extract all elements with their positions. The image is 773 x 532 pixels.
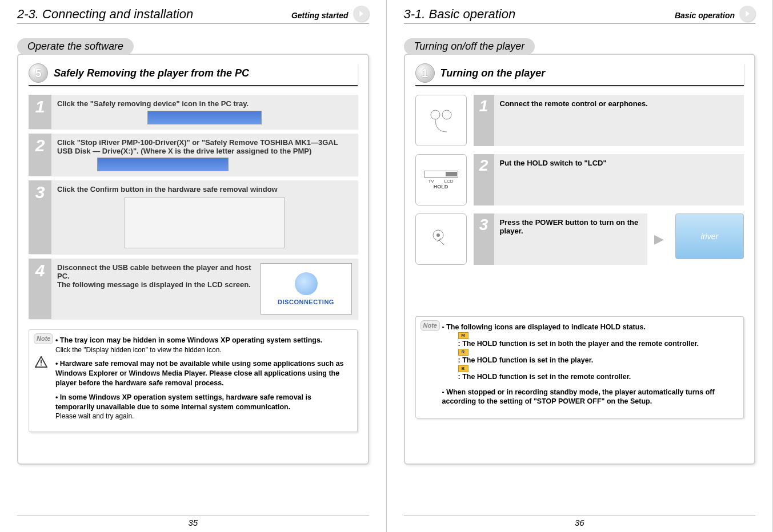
- chapter-title: 3-1. Basic operation: [404, 7, 675, 22]
- step-text: Connect the remote control or earphones.: [494, 95, 744, 146]
- header-left: 2-3. Connecting and installation Getting…: [17, 6, 369, 24]
- disconnect-screenshot: DISCONNECTING: [261, 263, 352, 315]
- step-text: Disconnect the USB cable between the pla…: [57, 263, 255, 289]
- svg-point-2: [431, 110, 440, 119]
- arrow-icon: ▶: [654, 232, 664, 247]
- note-text: Hardware safe removal may not be availab…: [55, 360, 344, 387]
- step-3-row: 3 Press the POWER button to turn on the …: [415, 213, 744, 265]
- hold-m-icon: M: [458, 332, 468, 339]
- note-text: In some Windows XP operation system sett…: [55, 393, 311, 411]
- dialog-screenshot-icon: [125, 197, 285, 248]
- header-right: 3-1. Basic operation Basic operation: [404, 6, 756, 24]
- step-body: Disconnect the USB cable between the pla…: [51, 259, 358, 319]
- content-panel-right: 1 Turning on the player 1 Connect the re…: [404, 54, 756, 465]
- hold-b-icon: B: [458, 365, 468, 372]
- content-tab: Operate the software: [17, 38, 134, 55]
- warning-icon: [35, 356, 47, 368]
- svg-rect-0: [41, 360, 42, 363]
- note-text: When stopped or in recording standby mod…: [442, 388, 715, 406]
- step-text: Click the Confirm button in the hardware…: [57, 185, 278, 194]
- svg-point-5: [436, 233, 440, 237]
- step-body: Click the "Safely removing device" icon …: [51, 95, 358, 129]
- note-badge-icon: Note: [34, 333, 53, 344]
- lcd-label: LCD: [444, 179, 454, 184]
- chapter-title: 2-3. Connecting and installation: [17, 7, 291, 22]
- note-box: Note The tray icon may be hidden in some…: [29, 329, 358, 432]
- step-text: Click "Stop iRiver PMP-100-Driver(X)" or…: [57, 138, 338, 155]
- hold-text: : The HOLD function is set in both the p…: [458, 339, 737, 349]
- step-number: 2: [29, 134, 51, 176]
- iriver-logo-icon: iriver: [675, 213, 744, 259]
- step-text: Press the POWER button to turn on the pl…: [494, 213, 648, 265]
- note-item: The following icons are displayed to ind…: [442, 323, 737, 382]
- note-subtext: Please wait and try again.: [55, 412, 350, 421]
- step-number: 4: [29, 259, 51, 319]
- content-tab: Turning on/off the player: [404, 38, 535, 55]
- hold-text: : The HOLD function is set in the player…: [458, 356, 737, 365]
- forward-arrow-icon: [739, 6, 755, 22]
- subheading-row: 5 Safely Removing the player from the PC: [29, 63, 358, 86]
- section-label: Basic operation: [675, 11, 735, 20]
- page-right: 3-1. Basic operation Basic operation Tur…: [387, 0, 774, 532]
- step-1-row: 1 Connect the remote control or earphone…: [415, 95, 744, 146]
- section-number-icon: 1: [415, 63, 435, 83]
- forward-arrow-icon: [353, 6, 369, 22]
- section-heading: Safely Removing the player from the PC: [54, 67, 249, 79]
- page-number: 35: [17, 515, 369, 527]
- note-item: Hardware safe removal may not be availab…: [55, 359, 350, 388]
- step-number: 1: [29, 95, 51, 129]
- note-item: When stopped or in recording standby mod…: [442, 388, 737, 407]
- note-box: Note The following icons are displayed t…: [415, 316, 744, 418]
- hold-label: HOLD: [434, 184, 448, 190]
- note-subtext: Click the "Display hidden icon" to view …: [55, 345, 350, 354]
- step-4: 4 Disconnect the USB cable between the p…: [29, 259, 358, 319]
- step-body: Click the Confirm button in the hardware…: [51, 180, 358, 254]
- step-number: 1: [474, 95, 494, 146]
- note-text: The following icons are displayed to ind…: [446, 323, 646, 331]
- section-number-icon: 5: [29, 63, 48, 83]
- disconnect-icon: [295, 272, 318, 295]
- hold-icon-list: M: The HOLD function is set in both the …: [442, 332, 737, 382]
- step-3: 3 Click the Confirm button in the hardwa…: [29, 180, 358, 254]
- subheading-row: 1 Turning on the player: [415, 63, 744, 86]
- content-panel-left: 5 Safely Removing the player from the PC…: [17, 54, 369, 465]
- step-1: 1 Click the "Safely removing device" ico…: [29, 95, 358, 129]
- step-text: Click the "Safely removing device" icon …: [57, 99, 249, 108]
- disconnect-label: DISCONNECTING: [278, 299, 334, 305]
- step-number: 3: [29, 180, 51, 254]
- step-text: Put the HOLD switch to "LCD": [494, 154, 744, 205]
- note-item: The tray icon may be hidden in some Wind…: [55, 336, 350, 354]
- step-body: Click "Stop iRiver PMP-100-Driver(X)" or…: [51, 134, 358, 176]
- section-heading: Turning on the player: [440, 67, 546, 79]
- svg-rect-1: [41, 365, 42, 366]
- earphone-illustration-icon: [415, 95, 467, 146]
- page-number: 36: [404, 515, 756, 527]
- svg-point-3: [442, 110, 451, 119]
- hold-switch-illustration-icon: TVLCD HOLD: [415, 154, 467, 205]
- tv-label: TV: [428, 179, 434, 184]
- step-2-row: TVLCD HOLD 2 Put the HOLD switch to "LCD…: [415, 154, 744, 205]
- step-2: 2 Click "Stop iRiver PMP-100-Driver(X)" …: [29, 134, 358, 176]
- tray-screenshot-icon: [147, 111, 262, 124]
- note-item: In some Windows XP operation system sett…: [55, 393, 350, 421]
- step-number: 2: [474, 154, 494, 205]
- page-left: 2-3. Connecting and installation Getting…: [0, 0, 387, 532]
- section-label: Getting started: [291, 11, 349, 20]
- note-text: The tray icon may be hidden in some Wind…: [60, 336, 322, 344]
- popup-screenshot-icon: [97, 158, 229, 171]
- power-button-illustration-icon: [415, 213, 467, 265]
- step-number: 3: [474, 213, 494, 265]
- note-badge-icon: Note: [420, 320, 440, 331]
- hold-r-icon: R: [458, 349, 468, 356]
- hold-text: : The HOLD function is set in the remote…: [458, 372, 737, 382]
